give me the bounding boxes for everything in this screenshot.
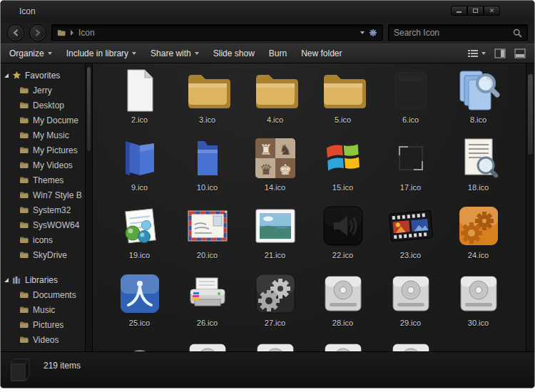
refresh-icon[interactable] (369, 29, 377, 37)
titlebar[interactable]: Icon ✕ (1, 1, 534, 22)
file-item-10-ico[interactable]: 10.ico (173, 135, 241, 203)
preview-pane-button[interactable] (494, 48, 506, 58)
toolbar-button-new-folder[interactable]: New folder (301, 48, 342, 58)
expand-triangle-icon[interactable] (4, 73, 9, 78)
item-count: 219 items (44, 361, 81, 371)
file-item-20-ico[interactable]: 20.ico (173, 203, 241, 271)
sidebar-item-win7-style-b[interactable]: Win7 Style B (1, 187, 85, 202)
address-history-dropdown-icon[interactable] (360, 31, 365, 34)
file-item-25-ico[interactable]: 25.ico (106, 271, 173, 339)
file-icon-windows (320, 135, 366, 181)
window-title: Icon (19, 6, 36, 16)
toolbar-button-share-with[interactable]: Share with (151, 48, 199, 58)
toolbar-button-slide-show[interactable]: Slide show (213, 48, 255, 58)
file-item-2-ico[interactable]: 2.ico (106, 68, 173, 135)
sidebar-item-my-docume[interactable]: My Docume (1, 113, 85, 128)
sidebar-item-skydrive[interactable]: SkyDrive (1, 247, 85, 262)
sidebar-section-label: Libraries (25, 275, 58, 285)
toolbar-button-label: Include in library (66, 48, 128, 58)
file-item[interactable] (241, 339, 309, 351)
file-item-4-ico[interactable]: 4.ico (241, 68, 309, 135)
file-item-15-ico[interactable]: 15.ico (309, 135, 377, 203)
address-bar[interactable]: Icon (51, 24, 383, 41)
status-bar: 219 items (1, 351, 534, 388)
toolbar-button-include-in-library[interactable]: Include in library (66, 48, 136, 58)
file-item[interactable] (173, 339, 241, 351)
sidebar-item-desktop[interactable]: Desktop (1, 98, 85, 113)
folder-icon (19, 251, 29, 259)
file-item-18-ico[interactable]: 18.ico (444, 135, 512, 203)
file-item-19-ico[interactable]: 19.ico (106, 203, 173, 271)
folder-icon (19, 236, 29, 244)
window-controls: ✕ (451, 6, 500, 16)
file-label: 5.ico (335, 115, 351, 124)
file-grid: 2.ico3.ico4.ico5.ico6.ico8.ico9.ico10.ic… (93, 63, 534, 351)
file-item[interactable] (106, 339, 173, 351)
sidebar-item-system32[interactable]: System32 (1, 202, 85, 217)
file-icon-badge (117, 339, 163, 351)
search-input[interactable]: Search Icon (388, 24, 528, 41)
file-icon-drive (185, 339, 230, 351)
file-item-8-ico[interactable]: 8.ico (444, 68, 512, 135)
svg-text:♞: ♞ (279, 141, 292, 158)
file-item-22-ico[interactable]: 22.ico (309, 203, 377, 271)
file-item[interactable] (309, 339, 377, 351)
views-button[interactable] (467, 48, 486, 58)
toolbar-button-organize[interactable]: Organize (9, 48, 52, 58)
content-scrollbar-thumb[interactable] (527, 73, 534, 155)
sidebar-item-my-videos[interactable]: My Videos (1, 158, 85, 172)
content-scrollbar[interactable] (526, 63, 534, 351)
file-item-17-ico[interactable]: 17.ico (377, 135, 444, 203)
sidebar-item-syswow64[interactable]: SysWOW64 (1, 217, 85, 232)
expand-triangle-icon[interactable] (4, 278, 9, 282)
file-item-23-ico[interactable]: 23.ico (377, 203, 444, 271)
sidebar-item-jerry[interactable]: Jerry (1, 83, 85, 98)
back-button[interactable] (7, 24, 24, 41)
file-icon-chess: ♜♞♛♚ (253, 135, 298, 181)
file-icon-drive (253, 339, 298, 351)
folder-icon (19, 131, 29, 139)
file-item-28-ico[interactable]: 28.ico (309, 271, 377, 339)
file-item-26-ico[interactable]: 26.ico (173, 271, 241, 339)
file-item-14-ico[interactable]: ♜♞♛♚14.ico (241, 135, 309, 203)
file-item-3-ico[interactable]: 3.ico (173, 68, 241, 135)
sidebar-item-videos[interactable]: Videos (1, 332, 85, 347)
file-label: 19.ico (129, 251, 150, 259)
file-label: 9.ico (131, 183, 148, 192)
file-item-30-ico[interactable]: 30.ico (444, 271, 512, 339)
sidebar-item-my-music[interactable]: My Music (1, 128, 85, 143)
sidebar-scrollbar-thumb[interactable] (86, 66, 91, 152)
forward-button[interactable] (29, 24, 46, 41)
file-item-29-ico[interactable]: 29.ico (377, 271, 444, 339)
details-pane-button[interactable] (514, 48, 526, 58)
sidebar-item-label: Win7 Style B (33, 190, 82, 200)
sidebar-item-pictures[interactable]: Pictures (1, 317, 85, 332)
window-body: FavoritesJerryDesktopMy DocumeMy MusicMy… (1, 63, 534, 351)
maximize-button[interactable] (467, 6, 484, 16)
file-item-6-ico[interactable]: 6.ico (377, 68, 444, 135)
file-icon-gears-orange (456, 203, 501, 249)
sidebar-item-my-pictures[interactable]: My Pictures (1, 143, 85, 158)
file-item-24-ico[interactable]: 24.ico (444, 203, 512, 271)
file-item-5-ico[interactable]: 5.ico (309, 68, 377, 135)
sidebar-scrollbar[interactable] (85, 63, 93, 351)
file-label: 20.ico (197, 251, 218, 259)
sidebar-item-documents[interactable]: Documents (1, 287, 85, 302)
views-icon (467, 48, 486, 58)
dropdown-caret-icon (132, 52, 136, 55)
sidebar-section-libraries[interactable]: Libraries (1, 272, 85, 287)
file-item-27-ico[interactable]: 27.ico (241, 271, 309, 339)
toolbar-button-burn[interactable]: Burn (269, 48, 287, 58)
sidebar-item-music[interactable]: Music (1, 302, 85, 317)
close-button[interactable]: ✕ (484, 6, 500, 16)
breadcrumb[interactable]: Icon (78, 28, 95, 38)
sidebar-item-themes[interactable]: Themes (1, 172, 85, 187)
file-label: 27.ico (265, 319, 285, 327)
file-item-9-ico[interactable]: 9.ico (106, 135, 173, 203)
sidebar-section-favorites[interactable]: Favorites (1, 68, 85, 83)
svg-text:♛: ♛ (260, 161, 272, 178)
file-item[interactable] (377, 339, 444, 351)
file-item-21-ico[interactable]: 21.ico (241, 203, 309, 271)
sidebar-item-icons[interactable]: icons (1, 232, 85, 247)
minimize-button[interactable] (451, 6, 467, 16)
